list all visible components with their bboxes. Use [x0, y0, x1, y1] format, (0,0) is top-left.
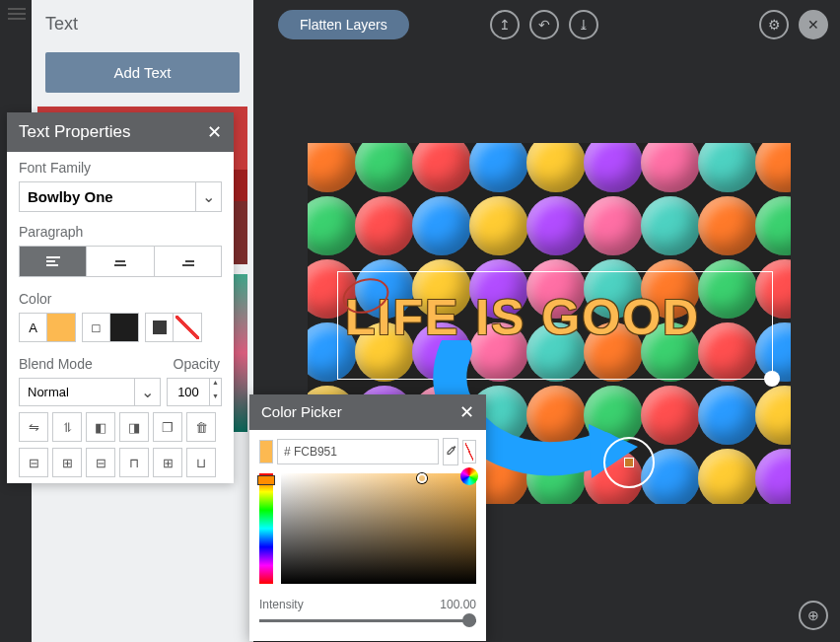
eyedropper-sample-ring[interactable]	[603, 437, 655, 488]
close-canvas-icon[interactable]: ✕	[799, 10, 828, 39]
font-family-label: Font Family	[7, 152, 234, 181]
zoom-icon[interactable]: ⊕	[799, 601, 828, 630]
balloon	[355, 196, 414, 255]
chevron-down-icon[interactable]: ⌄	[195, 182, 221, 211]
close-icon[interactable]: ✕	[459, 403, 474, 421]
chevron-down-icon[interactable]: ⌄	[134, 379, 160, 405]
balloon	[584, 196, 643, 255]
intensity-slider-thumb[interactable]	[462, 613, 476, 627]
flip-horizontal-button[interactable]: ⇋	[19, 412, 48, 442]
outline-color-group: □	[82, 313, 139, 342]
duplicate-button[interactable]: ❐	[153, 412, 182, 442]
hamburger-menu[interactable]	[8, 8, 26, 22]
opacity-down[interactable]: ▼	[210, 392, 221, 406]
save-icon[interactable]: ⤓	[569, 10, 598, 39]
align-tools: ⊟ ⊞ ⊟ ⊓ ⊞ ⊔	[19, 448, 222, 477]
color-picker-title: Color Picker	[261, 403, 342, 421]
gear-icon[interactable]: ⚙	[759, 10, 789, 39]
balloon	[526, 386, 586, 445]
balloon	[412, 143, 471, 192]
undo-icon[interactable]: ↶	[529, 10, 559, 39]
canvas-headline[interactable]: LIFE IS GOOD	[345, 289, 700, 346]
align-center-button[interactable]	[87, 247, 154, 276]
opacity-input[interactable]: ▲▼	[167, 378, 222, 406]
current-color-swatch	[259, 440, 273, 464]
sv-picker-thumb[interactable]	[417, 473, 427, 483]
send-backward-button[interactable]: ◨	[119, 412, 149, 442]
font-family-select[interactable]: Bowlby One ⌄	[19, 181, 222, 212]
opacity-label: Opacity	[174, 356, 220, 372]
balloon	[755, 386, 791, 445]
intensity-label: Intensity	[259, 598, 304, 611]
blend-mode-value: Normal	[20, 379, 134, 405]
shadow-color-group	[145, 313, 202, 342]
balloon	[698, 196, 757, 255]
opacity-up[interactable]: ▲	[210, 379, 221, 392]
font-family-value: Bowlby One	[20, 182, 195, 211]
intensity-value: 100.00	[440, 598, 476, 611]
no-color-swatch[interactable]	[462, 440, 476, 464]
shadow-color-swatch-none[interactable]	[174, 314, 201, 341]
align-left-button[interactable]	[20, 247, 87, 276]
balloon	[641, 143, 700, 192]
text-properties-header: Text Properties ✕	[7, 112, 234, 152]
text-properties-title: Text Properties	[19, 122, 130, 142]
delete-button[interactable]: 🗑	[186, 412, 216, 442]
color-wheel-icon[interactable]	[460, 467, 478, 485]
balloon	[641, 196, 700, 255]
align-bottom-edge[interactable]: ⊔	[186, 448, 216, 477]
add-text-button[interactable]: Add Text	[45, 52, 240, 93]
balloon	[755, 143, 791, 192]
balloon	[641, 386, 700, 445]
sidebar-header: Text	[32, 0, 253, 44]
balloon	[755, 196, 791, 255]
align-right-button[interactable]	[155, 247, 221, 276]
align-right-edge[interactable]: ⊟	[86, 448, 115, 477]
eyedropper-icon[interactable]	[443, 438, 458, 465]
fill-color-button[interactable]: A	[20, 314, 47, 341]
balloon	[526, 143, 586, 192]
hue-slider-thumb[interactable]	[257, 475, 275, 485]
saturation-value-field[interactable]	[281, 473, 476, 584]
fill-color-swatch[interactable]	[47, 314, 75, 341]
align-v-center[interactable]: ⊞	[153, 448, 182, 477]
text-properties-panel: Text Properties ✕ Font Family Bowlby One…	[7, 112, 234, 483]
balloon	[526, 196, 586, 255]
intensity-slider[interactable]	[259, 613, 476, 627]
transform-tools: ⇋ ⥮ ◧ ◨ ❐ 🗑	[19, 412, 222, 442]
color-controls: A □	[19, 313, 222, 342]
opacity-field[interactable]	[168, 379, 209, 405]
balloon	[755, 449, 791, 504]
balloon	[355, 143, 414, 192]
close-icon[interactable]: ✕	[207, 123, 222, 141]
balloon	[412, 196, 471, 255]
blend-mode-select[interactable]: Normal ⌄	[19, 378, 161, 406]
flip-vertical-button[interactable]: ⥮	[52, 412, 82, 442]
resize-handle[interactable]	[764, 371, 780, 387]
blend-mode-label: Blend Mode	[19, 356, 93, 372]
balloon	[698, 143, 757, 192]
color-label: Color	[7, 283, 234, 313]
balloon	[584, 143, 643, 192]
hue-slider[interactable]	[259, 473, 273, 584]
align-top-edge[interactable]: ⊓	[119, 448, 149, 477]
hex-input[interactable]	[277, 439, 439, 464]
align-left-edge[interactable]: ⊟	[19, 448, 48, 477]
balloon	[698, 449, 757, 504]
balloon	[526, 449, 586, 504]
balloon	[469, 196, 528, 255]
align-h-center[interactable]: ⊞	[52, 448, 82, 477]
outline-color-swatch[interactable]	[110, 314, 138, 341]
shadow-color-button[interactable]	[146, 314, 174, 341]
bring-forward-button[interactable]: ◧	[86, 412, 115, 442]
flatten-layers-button[interactable]: Flatten Layers	[278, 10, 409, 39]
export-icon[interactable]: ↥	[490, 10, 520, 39]
balloon	[469, 143, 528, 192]
paragraph-align-group	[19, 246, 222, 277]
balloon	[698, 386, 757, 445]
color-picker-panel: Color Picker ✕ Intensity 100.00	[249, 394, 486, 641]
balloon	[308, 143, 357, 192]
paragraph-label: Paragraph	[7, 216, 234, 246]
fill-color-group: A	[19, 313, 76, 342]
outline-color-button[interactable]: □	[83, 314, 110, 341]
